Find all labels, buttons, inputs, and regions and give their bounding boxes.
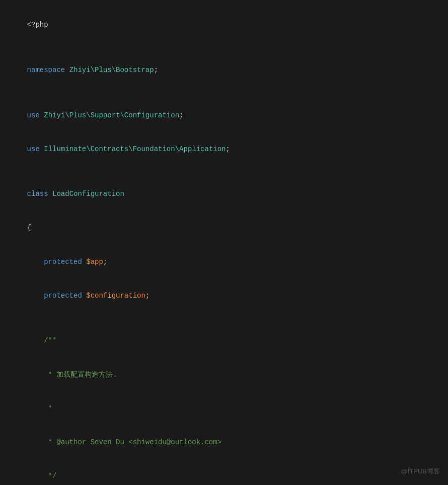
line-2 — [10, 42, 438, 53]
line-1: <?php — [10, 8, 438, 42]
line-16: * @author Seven Du <shiweidu@outlook.com… — [10, 425, 438, 459]
line-13: /** — [10, 324, 438, 358]
line-17: */ — [10, 459, 438, 485]
line-4 — [10, 87, 438, 98]
line-6: use Illuminate\Contracts\Foundation\Appl… — [10, 132, 438, 166]
line-7 — [10, 166, 438, 177]
line-3: namespace Zhiyi\Plus\Bootstrap; — [10, 53, 438, 87]
line-5: use Zhiyi\Plus\Support\Configuration; — [10, 98, 438, 132]
line-8: class LoadConfiguration — [10, 177, 438, 211]
line-10: protected $app; — [10, 245, 438, 279]
line-15: * — [10, 391, 438, 425]
line-9: { — [10, 211, 438, 245]
watermark-text: @ITPUB博客 — [401, 466, 440, 477]
line-12 — [10, 313, 438, 324]
line-14: * 加载配置构造方法. — [10, 358, 438, 391]
code-container: <?php namespace Zhiyi\Plus\Bootstrap; us… — [0, 0, 448, 485]
line-11: protected $configuration; — [10, 279, 438, 312]
